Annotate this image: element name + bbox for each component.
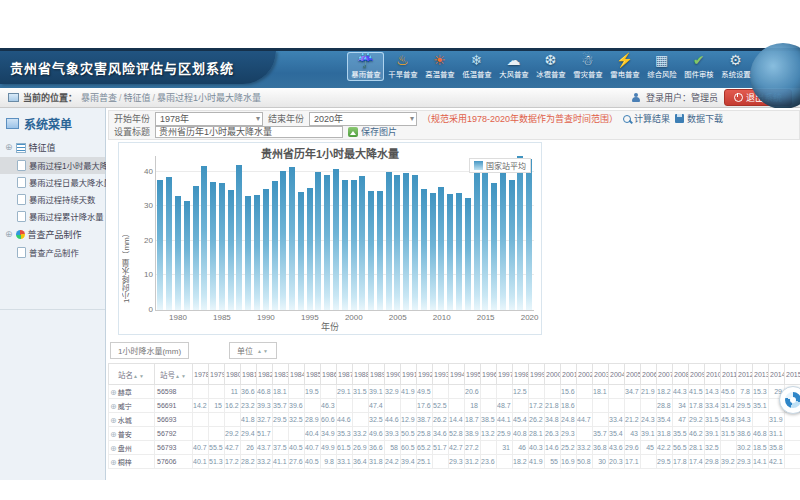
data-download-button[interactable]: 数据下载	[675, 112, 723, 125]
bar-2008[interactable]	[421, 189, 427, 310]
year-column-header[interactable]: 2001	[561, 364, 577, 385]
year-column-header[interactable]: 1993	[433, 364, 449, 385]
save-image-button[interactable]: 保存图片	[348, 125, 397, 138]
year-column-header[interactable]: 1981	[241, 364, 257, 385]
year-column-header[interactable]: 1982	[257, 364, 273, 385]
year-column-header[interactable]: 2011	[721, 364, 737, 385]
bar-1989[interactable]	[254, 195, 260, 310]
year-column-header[interactable]: 1985	[305, 364, 321, 385]
bar-2015[interactable]	[482, 162, 488, 310]
year-column-header[interactable]: 2009	[689, 364, 705, 385]
year-column-header[interactable]: 1980	[225, 364, 241, 385]
bar-1993[interactable]	[289, 167, 295, 310]
unit-field-chip[interactable]: 单位 ▲▼	[229, 342, 277, 359]
toolbar-item-rainstorm[interactable]: ☔暴雨普查	[347, 52, 384, 81]
year-column-header[interactable]: 1997	[497, 364, 513, 385]
row-expand-icon[interactable]: ⊕	[110, 388, 117, 397]
year-column-header[interactable]: 1994	[449, 364, 465, 385]
bar-1984[interactable]	[210, 182, 216, 310]
bar-1997[interactable]	[324, 175, 330, 310]
calc-result-button[interactable]: 计算结果	[623, 112, 670, 125]
bar-2020[interactable]	[526, 159, 532, 310]
bar-2001[interactable]	[359, 176, 365, 310]
sidebar-item[interactable]: 普查产品制作	[0, 244, 105, 261]
sidebar-item[interactable]: 暴雨过程累计降水量	[0, 208, 105, 225]
row-expand-icon[interactable]: ⊕	[110, 444, 117, 453]
bar-1985[interactable]	[219, 183, 225, 310]
toolbar-item-high-temp[interactable]: ☀高温普查	[421, 52, 458, 81]
year-column-header[interactable]: 2008	[673, 364, 689, 385]
bar-2014[interactable]	[474, 168, 480, 310]
year-column-header[interactable]: 1984	[289, 364, 305, 385]
year-column-header[interactable]: 1995	[465, 364, 481, 385]
bar-1978[interactable]	[157, 180, 163, 310]
toolbar-item-system-settings[interactable]: ⚙系统设置	[717, 52, 754, 81]
year-column-header[interactable]: 2014	[769, 364, 785, 385]
bar-2002[interactable]	[368, 191, 374, 310]
year-column-header[interactable]: 2013	[753, 364, 769, 385]
year-column-header[interactable]: 1990	[385, 364, 401, 385]
bar-1982[interactable]	[193, 186, 199, 310]
bar-2019[interactable]	[517, 156, 523, 310]
sidebar-item[interactable]: 暴雨过程持续天数	[0, 191, 105, 208]
chart-title-input[interactable]	[155, 126, 343, 138]
year-column-header[interactable]: 1992	[417, 364, 433, 385]
year-column-header[interactable]: 2002	[577, 364, 593, 385]
bar-1981[interactable]	[184, 201, 190, 310]
sidebar-item[interactable]: 暴雨过程1小时最大降水量	[0, 157, 105, 174]
toolbar-item-gale[interactable]: ☁大风普查	[495, 52, 532, 81]
year-column-header[interactable]: 1996	[481, 364, 497, 385]
year-column-header[interactable]: 2010	[705, 364, 721, 385]
row-expand-icon[interactable]: ⊕	[110, 458, 117, 467]
bar-1992[interactable]	[280, 171, 286, 310]
bar-2000[interactable]	[351, 180, 357, 310]
toolbar-item-lightning[interactable]: ⚡雷电普查	[606, 52, 643, 81]
toolbar-item-snow-disaster[interactable]: ☃雪灾普查	[569, 52, 606, 81]
row-expand-icon[interactable]: ⊕	[110, 402, 117, 411]
bar-2006[interactable]	[403, 173, 409, 310]
year-column-header[interactable]: 1987	[337, 364, 353, 385]
year-column-header[interactable]: 2015	[785, 364, 800, 385]
start-year-select[interactable]: 1978年 ▾	[155, 112, 263, 126]
year-column-header[interactable]: 1988	[353, 364, 369, 385]
toolbar-item-comprehensive-risk[interactable]: ▦综合风险	[643, 52, 680, 81]
tree-group[interactable]: ⊕普查产品制作	[0, 225, 105, 244]
year-column-header[interactable]: 2007	[657, 364, 673, 385]
bar-2003[interactable]	[377, 191, 383, 310]
bar-2009[interactable]	[430, 193, 436, 310]
year-column-header[interactable]: 2005	[625, 364, 641, 385]
bar-1998[interactable]	[333, 169, 339, 310]
bar-1983[interactable]	[201, 166, 207, 310]
toolbar-item-map-review[interactable]: ✔图件审核	[680, 52, 717, 81]
bar-2013[interactable]	[465, 198, 471, 310]
year-column-header[interactable]: 1983	[273, 364, 289, 385]
year-column-header[interactable]: 2004	[609, 364, 625, 385]
toolbar-item-low-temp[interactable]: ❄低温普查	[458, 52, 495, 81]
row-expand-icon[interactable]: ⊕	[110, 430, 117, 439]
bar-2007[interactable]	[412, 175, 418, 310]
name-column-header[interactable]: 站名▲▼	[109, 364, 155, 385]
year-column-header[interactable]: 2012	[737, 364, 753, 385]
row-expand-icon[interactable]: ⊕	[110, 416, 117, 425]
toolbar-item-hail[interactable]: ❆冰雹普查	[532, 52, 569, 81]
year-column-header[interactable]: 1986	[321, 364, 337, 385]
expand-icon[interactable]: ⊕	[5, 230, 13, 239]
bar-1990[interactable]	[263, 189, 269, 310]
bar-1994[interactable]	[298, 192, 304, 310]
bar-1995[interactable]	[307, 188, 313, 310]
bar-1991[interactable]	[272, 181, 278, 310]
floating-widget-button[interactable]	[779, 386, 800, 414]
year-column-header[interactable]: 2006	[641, 364, 657, 385]
year-column-header[interactable]: 2000	[545, 364, 561, 385]
year-column-header[interactable]: 1998	[513, 364, 529, 385]
bar-2016[interactable]	[491, 183, 497, 310]
bar-1999[interactable]	[342, 180, 348, 310]
bar-1979[interactable]	[166, 177, 172, 310]
bar-1988[interactable]	[245, 196, 251, 310]
bar-1980[interactable]	[175, 196, 181, 310]
breadcrumb-link[interactable]: 暴雨普查	[81, 93, 117, 103]
year-column-header[interactable]: 1979	[209, 364, 225, 385]
tree-group[interactable]: ⊕特征值	[0, 138, 105, 157]
id-column-header[interactable]: 站号▲▼	[155, 364, 193, 385]
year-column-header[interactable]: 1978	[193, 364, 209, 385]
